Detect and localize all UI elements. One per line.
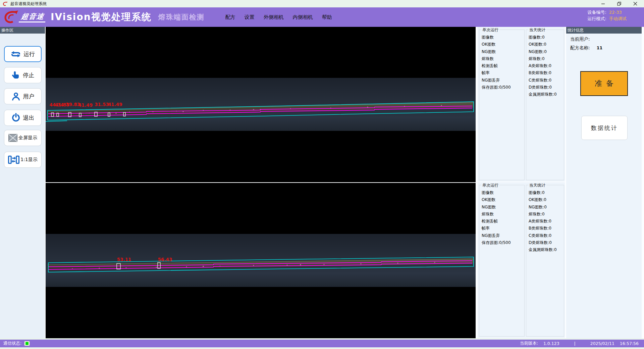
- app-logo-icon: [3, 1, 8, 6]
- data-statistics-button[interactable]: 数据统计: [581, 116, 628, 140]
- stat-row: NG图丢弃: [479, 232, 524, 239]
- stat-row: 图像数: [479, 34, 524, 41]
- user-button-label: 用户: [23, 93, 35, 100]
- stat-row: 熔珠数:0: [526, 55, 564, 62]
- groupbox-title: 单次运行: [481, 27, 499, 33]
- stop-button[interactable]: 停止: [4, 67, 42, 83]
- window-controls: [601, 2, 641, 6]
- stat-row: NG图数: [479, 204, 524, 211]
- inner-camera-view[interactable]: 53.1156.43: [46, 183, 476, 338]
- stat-row: NG图丢弃: [479, 77, 524, 84]
- single-run-groupbox: 单次运行 图像数OK图数NG图数熔珠数检测丢帧帧率NG图丢弃保存原图:0/500: [479, 30, 525, 180]
- one-to-one-button-label: 1:1显示: [20, 157, 38, 163]
- menu-settings[interactable]: 设置: [245, 14, 255, 20]
- current-user-label: 当前用户:: [570, 36, 590, 42]
- menu-outer-camera[interactable]: 外侧相机: [264, 14, 284, 20]
- stat-row: 熔珠数: [479, 211, 524, 218]
- exit-button[interactable]: 退出: [4, 110, 42, 126]
- device-number-value: 22-33: [609, 10, 622, 15]
- stat-row: B类熔珠数:0: [526, 225, 564, 232]
- outer-camera-view[interactable]: 44.3441.8539.8341.4931.5341.49: [46, 27, 476, 182]
- stat-row: A类熔珠数:0: [526, 218, 564, 225]
- stat-row: A类熔珠数:0: [526, 62, 564, 69]
- swap-arrows-icon: [11, 50, 21, 58]
- stat-row: 保存原图:0/500: [479, 239, 524, 246]
- stat-row: 帧率: [479, 69, 524, 77]
- version-value: 1.0.123: [543, 341, 559, 346]
- status-bar-right: 当前版本: 1.0.123 | 2025/02/11 16:57:56: [520, 341, 641, 346]
- groupbox-title: 当天统计: [528, 27, 546, 33]
- stats-panel-inner: 单次运行 图像数OK图数NG图数熔珠数检测丢帧帧率NG图丢弃保存原图:0/500…: [478, 182, 565, 338]
- run-button-label: 运行: [23, 50, 35, 58]
- recipe-name-label: 配方名称:: [570, 45, 590, 50]
- stat-row: 帧率: [479, 225, 524, 232]
- operation-area-title: 操作区: [0, 27, 45, 34]
- power-icon: [11, 113, 20, 122]
- comm-status-label: 通信状态:: [3, 341, 21, 346]
- comm-status-indicator: [24, 341, 30, 346]
- measurement-label: 53.11: [117, 257, 131, 262]
- brand-name: 超音速: [19, 12, 47, 22]
- stat-row: NG图数:0: [526, 48, 564, 55]
- operation-sidebar: 操作区 运行 停止 用户: [0, 27, 45, 338]
- daily-stats-rows: 图像数:0OK图数:0NG图数:0熔珠数:0A类熔珠数:0B类熔珠数:0C类熔珠…: [526, 185, 564, 254]
- stat-row: 检测丢帧: [479, 62, 524, 69]
- stat-row: C类熔珠数:0: [526, 77, 564, 84]
- window-title: 超音速视觉处理系统: [10, 1, 47, 7]
- stat-row: OK图数: [479, 41, 524, 48]
- stat-row: D类熔珠数:0: [526, 84, 564, 91]
- stat-row: 图像数: [479, 189, 524, 196]
- fullscreen-button[interactable]: 全屏显示: [4, 130, 42, 146]
- run-mode-label: 运行模式:: [588, 16, 606, 21]
- one-to-one-button[interactable]: 1:1显示: [4, 152, 42, 168]
- stat-row: OK图数: [479, 196, 524, 203]
- stop-button-label: 停止: [23, 71, 34, 79]
- minimize-icon[interactable]: [601, 2, 605, 6]
- version-label: 当前版本:: [520, 341, 538, 346]
- status-time: 16:57:56: [620, 341, 639, 346]
- menu-inner-camera[interactable]: 内侧相机: [293, 14, 313, 20]
- maximize-icon[interactable]: [617, 2, 621, 6]
- app-subtitle: 熔珠端面检测: [158, 12, 205, 22]
- user-icon: [11, 92, 20, 101]
- stat-row: OK图数:0: [526, 196, 564, 203]
- info-panel: 统计信息 当前用户: 配方名称: 11 准备 数据统计: [566, 27, 642, 338]
- fullscreen-icon: [8, 134, 17, 142]
- exit-button-label: 退出: [23, 114, 35, 122]
- measurement-label: 41.49: [78, 103, 93, 108]
- daily-stats-groupbox: 当天统计 图像数:0OK图数:0NG图数:0熔珠数:0A类熔珠数:0B类熔珠数:…: [526, 30, 564, 180]
- stat-row: OK图数:0: [526, 41, 564, 48]
- stat-row: 金属屑熔珠数:0: [526, 91, 564, 98]
- daily-stats-rows: 图像数:0OK图数:0NG图数:0熔珠数:0A类熔珠数:0B类熔珠数:0C类熔珠…: [526, 30, 564, 98]
- device-info: 设备编号:22-33 运行模式:手动调试: [588, 9, 627, 22]
- stat-row: 熔珠数:0: [526, 211, 564, 218]
- brand-logo-icon: [3, 10, 19, 24]
- inner-camera-overlay: [46, 183, 476, 338]
- groupbox-title: 单次运行: [481, 183, 499, 188]
- status-date: 2025/02/11: [590, 341, 614, 346]
- groupbox-title: 当天统计: [528, 183, 546, 188]
- close-icon[interactable]: [633, 2, 637, 6]
- run-button[interactable]: 运行: [4, 46, 42, 62]
- daily-stats-groupbox: 当天统计 图像数:0OK图数:0NG图数:0熔珠数:0A类熔珠数:0B类熔珠数:…: [526, 185, 564, 337]
- hand-click-icon: [11, 71, 20, 80]
- window-titlebar: 超音速视觉处理系统: [0, 0, 644, 7]
- app-title: IVision视觉处理系统: [51, 11, 152, 23]
- status-bar: 通信状态: 当前版本: 1.0.123 | 2025/02/11 16:57:5…: [0, 340, 644, 347]
- menu-help[interactable]: 帮助: [322, 14, 332, 20]
- menu-recipe[interactable]: 配方: [225, 14, 235, 20]
- app-header: 超音速 IVision视觉处理系统 熔珠端面检测 配方 设置 外侧相机 内侧相机…: [0, 7, 644, 27]
- user-button[interactable]: 用户: [4, 88, 42, 104]
- stat-row: 熔珠数: [479, 55, 524, 62]
- stat-row: C类熔珠数:0: [526, 232, 564, 239]
- stat-row: NG图数: [479, 48, 524, 55]
- stat-row: NG图数:0: [526, 204, 564, 211]
- ready-button[interactable]: 准备: [580, 71, 628, 96]
- recipe-name-value: 11: [597, 45, 602, 50]
- stat-row: B类熔珠数:0: [526, 69, 564, 77]
- device-number-label: 设备编号:: [588, 10, 606, 15]
- stat-row: 保存原图:0/500: [479, 84, 524, 91]
- main-menu: 配方 设置 外侧相机 内侧相机 帮助: [225, 14, 332, 20]
- app-window: 超音速视觉处理系统 超音速 IVision视觉处理系统 熔珠端面检测 配方 设置: [0, 0, 644, 349]
- measurement-label: 31.53: [95, 102, 109, 107]
